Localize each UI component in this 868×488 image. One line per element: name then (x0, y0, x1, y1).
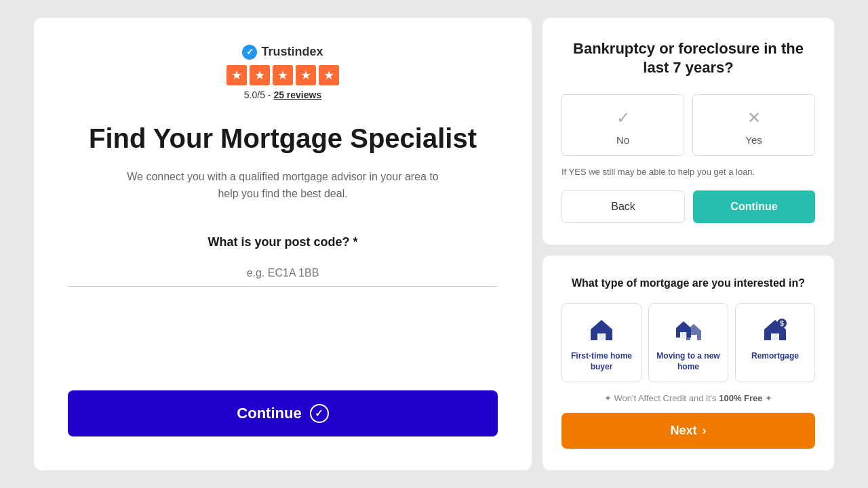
option-yes-label: Yes (745, 134, 762, 146)
bankruptcy-continue-button[interactable]: Continue (693, 190, 815, 223)
first-time-label: First-time home buyer (568, 351, 635, 372)
star-rating: ★ ★ ★ ★ ★ (226, 65, 339, 85)
review-text: 5.0/5 - 25 reviews (244, 89, 321, 100)
star-4: ★ (296, 65, 316, 85)
rating-value: 5.0/5 (244, 89, 265, 100)
trustindex-badge: ✓ Trustindex ★ ★ ★ ★ ★ 5.0/5 - 25 review… (226, 45, 339, 100)
trustindex-check-icon: ✓ (242, 45, 257, 60)
remortgage-label: Remortgage (751, 351, 799, 362)
postcode-input[interactable] (68, 260, 498, 287)
free-bold: 100% Free (719, 393, 762, 403)
page-container: ✓ Trustindex ★ ★ ★ ★ ★ 5.0/5 - 25 review… (34, 18, 834, 470)
star-3: ★ (273, 65, 293, 85)
first-time-home-icon (587, 316, 616, 344)
bankruptcy-card: Bankruptcy or foreclosure in the last 7 … (542, 18, 834, 245)
cross-icon: ✕ (747, 108, 761, 127)
trustindex-logo: ✓ Trustindex (242, 45, 323, 60)
svg-rect-2 (772, 333, 778, 340)
star-1: ★ (226, 65, 247, 85)
continue-label: Continue (237, 405, 301, 422)
bankruptcy-actions: Back Continue (561, 190, 815, 223)
continue-check-icon: ✓ (310, 404, 329, 423)
mortgage-options: First-time home buyer Moving to a new ho… (561, 303, 815, 382)
postcode-label: What is your post code? * (68, 235, 498, 249)
star-5: ★ (319, 65, 339, 85)
subtitle: We connect you with a qualified mortgage… (120, 168, 446, 203)
bankruptcy-title: Bankruptcy or foreclosure in the last 7 … (561, 39, 815, 78)
svg-rect-1 (681, 332, 686, 338)
main-title: Find Your Mortgage Specialist (89, 122, 477, 155)
back-button[interactable]: Back (561, 190, 685, 223)
remortgage-icon: $ (761, 316, 789, 344)
if-yes-text: If YES we still may be able to help you … (561, 167, 815, 177)
continue-button[interactable]: Continue ✓ (68, 390, 498, 436)
option-no-button[interactable]: ✓ No (561, 94, 684, 156)
left-panel: ✓ Trustindex ★ ★ ★ ★ ★ 5.0/5 - 25 review… (34, 18, 532, 470)
free-suffix: ✦ (763, 393, 773, 403)
star-2: ★ (250, 65, 270, 85)
option-no-label: No (616, 134, 629, 146)
mortgage-option-first-time[interactable]: First-time home buyer (561, 303, 642, 382)
svg-rect-0 (599, 333, 604, 340)
free-prefix: ✦ Won't Affect Credit and it's (604, 393, 719, 403)
moving-label: Moving to a new home (654, 351, 722, 372)
svg-text:$: $ (780, 320, 784, 327)
mortgage-option-moving[interactable]: Moving to a new home (648, 303, 728, 382)
rating-separator: - (265, 89, 273, 100)
moving-home-icon (674, 316, 703, 344)
next-arrow-icon: › (703, 424, 707, 438)
option-yes-button[interactable]: ✕ Yes (692, 94, 815, 156)
right-panel: Bankruptcy or foreclosure in the last 7 … (542, 18, 834, 470)
next-button[interactable]: Next › (561, 413, 815, 449)
trustindex-name: Trustindex (261, 45, 323, 59)
mortgage-title: What type of mortgage are you interested… (561, 277, 815, 289)
free-text: ✦ Won't Affect Credit and it's 100% Free… (561, 393, 815, 403)
checkmark-icon: ✓ (616, 108, 630, 127)
postcode-field-wrapper (68, 260, 498, 287)
reviews-link[interactable]: 25 reviews (273, 89, 321, 100)
bankruptcy-options: ✓ No ✕ Yes (561, 94, 815, 156)
next-label: Next (670, 424, 696, 438)
mortgage-option-remortgage[interactable]: $ Remortgage (735, 303, 815, 382)
mortgage-card: What type of mortgage are you interested… (542, 256, 834, 470)
